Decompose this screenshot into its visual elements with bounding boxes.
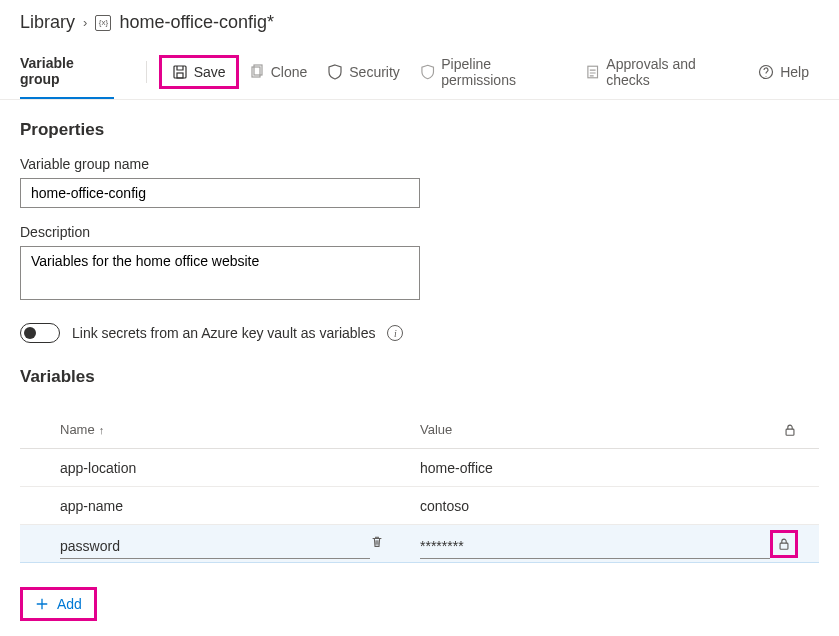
tab-variable-group[interactable]: Variable group xyxy=(20,45,114,99)
add-variable-button[interactable]: Add xyxy=(20,587,97,621)
security-button[interactable]: Security xyxy=(317,58,410,86)
link-secrets-label: Link secrets from an Azure key vault as … xyxy=(72,325,375,341)
description-label: Description xyxy=(20,224,819,240)
var-name[interactable]: app-location xyxy=(60,456,370,480)
toolbar-divider xyxy=(146,61,147,83)
variables-table: Name ↑ Value app-location home-office ap… xyxy=(0,411,839,563)
properties-heading: Properties xyxy=(0,100,839,152)
var-name[interactable]: password xyxy=(60,528,370,559)
help-label: Help xyxy=(780,64,809,80)
breadcrumb-title: home-office-config* xyxy=(119,12,274,33)
link-secrets-toggle[interactable] xyxy=(20,323,60,343)
clone-icon xyxy=(249,64,265,80)
var-name[interactable]: app-name xyxy=(60,494,370,518)
svg-rect-0 xyxy=(174,66,186,78)
svg-rect-6 xyxy=(786,429,794,435)
toolbar: Variable group Save Clone Security Pipel… xyxy=(0,37,839,100)
table-row[interactable]: app-name contoso xyxy=(20,487,819,525)
toggle-knob xyxy=(24,327,36,339)
pipeline-label: Pipeline permissions xyxy=(441,56,565,88)
column-value[interactable]: Value xyxy=(420,422,770,437)
shield-icon xyxy=(327,64,343,80)
svg-rect-7 xyxy=(780,543,788,549)
table-header: Name ↑ Value xyxy=(20,411,819,449)
security-label: Security xyxy=(349,64,400,80)
clone-label: Clone xyxy=(271,64,308,80)
plus-icon xyxy=(35,597,49,611)
svg-rect-1 xyxy=(177,73,183,78)
breadcrumb: Library › {x} home-office-config* xyxy=(0,0,839,37)
lock-icon xyxy=(783,423,797,437)
variable-group-icon: {x} xyxy=(95,15,111,31)
save-label: Save xyxy=(194,64,226,80)
pipeline-permissions-button[interactable]: Pipeline permissions xyxy=(410,50,575,94)
clone-button[interactable]: Clone xyxy=(239,58,318,86)
var-value[interactable]: home-office xyxy=(420,456,770,480)
group-name-input[interactable] xyxy=(20,178,420,208)
help-button[interactable]: Help xyxy=(748,58,819,86)
trash-icon xyxy=(370,535,384,549)
save-button[interactable]: Save xyxy=(159,55,239,89)
description-input[interactable] xyxy=(20,246,420,300)
breadcrumb-root[interactable]: Library xyxy=(20,12,75,33)
column-name[interactable]: Name ↑ xyxy=(60,422,370,437)
table-row[interactable]: password ******** xyxy=(20,525,819,563)
lock-variable-button[interactable] xyxy=(770,530,798,558)
variables-heading: Variables xyxy=(0,347,839,399)
checklist-icon xyxy=(585,64,600,80)
name-label: Variable group name xyxy=(20,156,819,172)
approvals-button[interactable]: Approvals and checks xyxy=(575,50,748,94)
delete-variable-button[interactable] xyxy=(370,535,420,552)
var-value[interactable]: ******** xyxy=(420,528,770,559)
var-value[interactable]: contoso xyxy=(420,494,770,518)
add-label: Add xyxy=(57,596,82,612)
approvals-label: Approvals and checks xyxy=(606,56,738,88)
chevron-right-icon: › xyxy=(83,15,87,30)
save-icon xyxy=(172,64,188,80)
help-icon xyxy=(758,64,774,80)
table-row[interactable]: app-location home-office xyxy=(20,449,819,487)
sort-asc-icon: ↑ xyxy=(99,424,105,436)
shield-outline-icon xyxy=(420,64,435,80)
info-icon[interactable]: i xyxy=(387,325,403,341)
lock-icon xyxy=(777,537,791,551)
